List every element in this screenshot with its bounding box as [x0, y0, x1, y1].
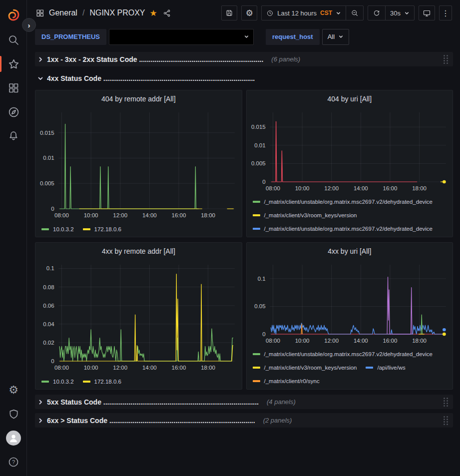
panel-404-by-uri: 404 by uri [All] 08:0010:0012:0014:0016:… [246, 90, 454, 237]
legend-swatch [83, 228, 90, 230]
share-button[interactable] [162, 9, 172, 17]
svg-text:?: ? [12, 459, 15, 465]
legend-item[interactable]: /_matrix/client/unstable/org.matrix.msc2… [253, 226, 433, 232]
panel-4xx-by-remote-addr: 4xx by remote addr [All] 08:0010:0012:00… [35, 242, 242, 390]
svg-text:10:00: 10:00 [295, 185, 309, 191]
legend-item[interactable]: 10.0.3.2 [41, 379, 74, 385]
chevron-down-icon [404, 10, 410, 16]
sidebar-item-configuration[interactable]: ⚙ [0, 378, 27, 402]
refresh-interval-dropdown[interactable]: 30s [385, 6, 414, 20]
sidebar-item-starred[interactable] [0, 52, 27, 76]
legend-swatch [83, 381, 90, 383]
panel-title[interactable]: 404 by uri [All] [247, 90, 453, 107]
compass-icon [7, 106, 20, 118]
time-range-picker[interactable]: Last 12 hours CST [262, 6, 346, 20]
legend-row: /_matrix/client/v3/room_keys/version [253, 208, 448, 222]
row-header-1xx-3xx-2xx[interactable]: 1xx - 3xx - 2xx Status Code ............… [35, 52, 453, 66]
legend-swatch [253, 201, 260, 203]
legend-item[interactable]: /_matrix/client/r0/sync [253, 378, 320, 384]
legend-item[interactable]: /_matrix/client/unstable/org.matrix.msc2… [253, 199, 433, 205]
variables-bar: DS_PROMETHEUS request_host All [27, 26, 460, 47]
save-icon [225, 9, 233, 17]
chevron-right-icon [37, 399, 43, 405]
cycle-view-mode-button[interactable] [419, 5, 435, 20]
zoom-out-time-button[interactable] [346, 6, 363, 20]
header-actions: ⚙ Last 12 hours CST [221, 5, 452, 20]
save-dashboard-button[interactable] [221, 5, 237, 20]
timeseries-plot[interactable]: 08:0010:0012:0014:0016:0018:0000.020.040… [35, 260, 242, 373]
svg-text:0.01: 0.01 [43, 155, 54, 161]
svg-text:14:00: 14:00 [142, 212, 157, 218]
legend-row: /_matrix/client/v3/room_keys/version/api… [253, 361, 448, 374]
legend-label: /_matrix/client/unstable/org.matrix.msc2… [264, 351, 433, 357]
timeseries-plot[interactable]: 08:0010:0012:0014:0016:0018:0000.0050.01… [247, 107, 453, 194]
sidebar-item-alerting[interactable] [0, 124, 27, 148]
panel-grid: 404 by remote addr [All] 08:0010:0012:00… [35, 90, 453, 390]
timeseries-plot[interactable]: 08:0010:0012:0014:0016:0018:0000.050.1 [247, 260, 453, 346]
variable-selected-value: All [328, 33, 335, 40]
svg-text:12:00: 12:00 [113, 365, 127, 371]
nav-sidebar: ⚙ ? [0, 0, 27, 476]
row-drag-handle[interactable] [443, 54, 449, 65]
svg-text:0.08: 0.08 [43, 284, 54, 290]
refresh-button[interactable] [368, 6, 385, 20]
svg-text:0.06: 0.06 [43, 303, 54, 309]
zoom-out-icon [351, 9, 359, 17]
sidebar-item-help[interactable]: ? [0, 450, 27, 474]
panel-legend: 10.0.3.2172.18.0.6 [35, 373, 242, 389]
chevron-right-icon [37, 418, 43, 424]
row-title-dots: ........................................… [109, 417, 255, 425]
main-area: General / NGINX PROXY ★ ⚙ [27, 0, 460, 476]
variable-label-ds-prometheus[interactable]: DS_PROMETHEUS [35, 29, 106, 45]
row-drag-handle[interactable] [443, 415, 449, 426]
svg-text:14:00: 14:00 [142, 365, 157, 371]
panel-title[interactable]: 404 by remote addr [All] [35, 90, 242, 107]
row-header-6xx[interactable]: 6xx > Status Code ......................… [35, 413, 453, 428]
row-header-5xx[interactable]: 5xx Status Code ........................… [35, 395, 453, 409]
legend-item[interactable]: /_matrix/client/v3/room_keys/version [253, 212, 357, 218]
legend-swatch [253, 380, 260, 382]
variable-value-request-host[interactable]: All [322, 29, 349, 45]
legend-item[interactable]: 172.18.0.6 [83, 379, 121, 385]
row-drag-handle[interactable] [443, 397, 449, 408]
variable-label-request-host[interactable]: request_host [266, 29, 320, 45]
breadcrumb-dashboard-title[interactable]: NGINX PROXY [89, 8, 145, 17]
svg-text:0.015: 0.015 [40, 130, 54, 136]
dashboard-settings-button[interactable]: ⚙ [241, 5, 257, 20]
legend-item[interactable]: 172.18.0.6 [83, 226, 121, 232]
legend-item[interactable]: 10.0.3.2 [41, 226, 74, 232]
dashboard-header: General / NGINX PROXY ★ ⚙ [27, 0, 460, 26]
panel-legend: /_matrix/client/unstable/org.matrix.msc2… [247, 194, 453, 237]
legend-item[interactable]: /api/live/ws [366, 365, 405, 371]
svg-text:0.01: 0.01 [254, 142, 265, 148]
svg-text:12:00: 12:00 [324, 338, 339, 344]
legend-item[interactable]: /_matrix/client/unstable/org.matrix.msc2… [253, 351, 433, 357]
timeseries-plot[interactable]: 08:0010:0012:0014:0016:0018:0000.0050.01… [35, 107, 242, 221]
sidebar-item-profile[interactable] [0, 426, 27, 450]
svg-text:0.1: 0.1 [257, 276, 265, 282]
legend-swatch [253, 353, 260, 355]
sidebar-expand-button[interactable]: › [22, 18, 36, 32]
monitor-icon [423, 9, 431, 17]
breadcrumb-folder[interactable]: General [49, 8, 77, 17]
star-outline-icon [7, 58, 20, 70]
legend-item[interactable]: /_matrix/client/v3/room_keys/version [253, 365, 357, 371]
panel-title[interactable]: 4xx by remote addr [All] [35, 243, 242, 260]
sidebar-item-dashboards[interactable] [0, 76, 27, 100]
panel-4xx-by-uri: 4xx by uri [All] 08:0010:0012:0014:0016:… [246, 242, 454, 390]
svg-text:0.015: 0.015 [251, 124, 265, 130]
more-options-button[interactable]: ⋮ [439, 5, 452, 20]
panel-title[interactable]: 4xx by uri [All] [247, 243, 453, 260]
legend-swatch [41, 228, 49, 230]
favorite-star-icon[interactable]: ★ [150, 8, 157, 18]
row-header-4xx[interactable]: 4xx Status Code ........................… [35, 71, 453, 85]
sidebar-item-server-admin[interactable] [0, 402, 27, 426]
row-title: 6xx > Status Code [47, 417, 107, 425]
sidebar-item-search[interactable] [0, 28, 27, 52]
legend-label: /_matrix/client/unstable/org.matrix.msc2… [264, 199, 433, 205]
sidebar-item-explore[interactable] [0, 100, 27, 124]
breadcrumb-separator: / [82, 8, 85, 17]
variable-value-datasource[interactable] [109, 29, 254, 45]
svg-text:0: 0 [262, 331, 265, 337]
row-title: 5xx Status Code [47, 398, 101, 406]
